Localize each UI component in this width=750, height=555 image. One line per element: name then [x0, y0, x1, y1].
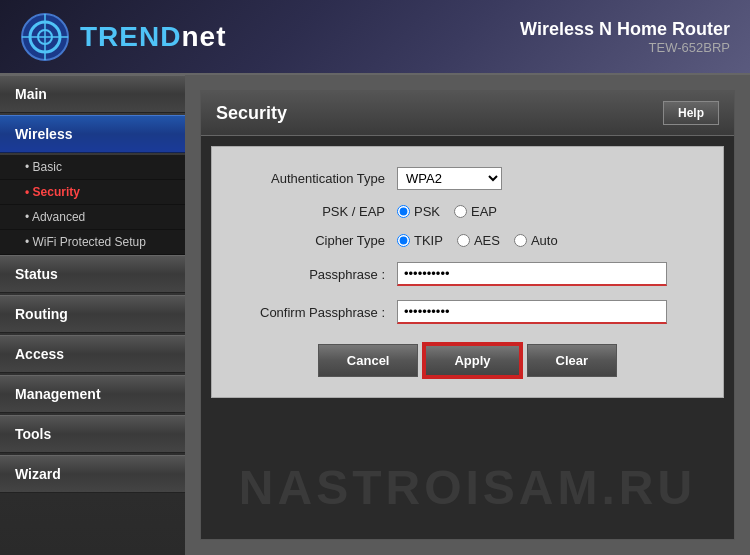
button-row: Cancel Apply Clear — [237, 344, 698, 377]
psk-eap-label: PSK / EAP — [237, 204, 397, 219]
cipher-type-control: TKIP AES Auto — [397, 233, 698, 248]
tkip-text: TKIP — [414, 233, 443, 248]
confirm-passphrase-input[interactable] — [397, 300, 667, 324]
header: TRENDnet Wireless N Home Router TEW-652B… — [0, 0, 750, 75]
panel-title: Security — [216, 103, 287, 124]
sidebar-item-status[interactable]: Status — [0, 255, 185, 293]
eap-radio-label[interactable]: EAP — [454, 204, 497, 219]
apply-button[interactable]: Apply — [424, 344, 520, 377]
panel-header: Security Help — [201, 91, 734, 136]
sidebar: Main Wireless Basic Security Advanced Wi… — [0, 75, 185, 555]
psk-eap-control: PSK EAP — [397, 204, 698, 219]
sidebar-item-tools[interactable]: Tools — [0, 415, 185, 453]
auth-type-label: Authentication Type — [237, 171, 397, 186]
eap-radio[interactable] — [454, 205, 467, 218]
sidebar-sub-advanced[interactable]: Advanced — [0, 205, 185, 230]
passphrase-control — [397, 262, 698, 286]
confirm-passphrase-label: Confirm Passphrase : — [237, 305, 397, 320]
auto-text: Auto — [531, 233, 558, 248]
content-area: Security Help Authentication Type WPA WP… — [185, 75, 750, 555]
sidebar-item-access[interactable]: Access — [0, 335, 185, 373]
sidebar-item-wizard[interactable]: Wizard — [0, 455, 185, 493]
cipher-type-row: Cipher Type TKIP AES Auto — [237, 233, 698, 248]
header-right: Wireless N Home Router TEW-652BRP — [520, 19, 730, 55]
logo-area: TRENDnet — [20, 12, 226, 62]
product-name: Wireless N Home Router — [520, 19, 730, 40]
trendnet-logo-icon — [20, 12, 70, 62]
sidebar-sub-basic[interactable]: Basic — [0, 155, 185, 180]
passphrase-label: Passphrase : — [237, 267, 397, 282]
auth-type-control: WPA WPA2 WPA2-Mixed — [397, 167, 698, 190]
psk-eap-row: PSK / EAP PSK EAP — [237, 204, 698, 219]
sidebar-item-routing[interactable]: Routing — [0, 295, 185, 333]
psk-text: PSK — [414, 204, 440, 219]
confirm-passphrase-control — [397, 300, 698, 324]
cancel-button[interactable]: Cancel — [318, 344, 419, 377]
help-button[interactable]: Help — [663, 101, 719, 125]
cipher-type-label: Cipher Type — [237, 233, 397, 248]
auto-radio-label[interactable]: Auto — [514, 233, 558, 248]
psk-radio[interactable] — [397, 205, 410, 218]
sidebar-item-management[interactable]: Management — [0, 375, 185, 413]
main-layout: Main Wireless Basic Security Advanced Wi… — [0, 75, 750, 555]
tkip-radio-label[interactable]: TKIP — [397, 233, 443, 248]
auth-type-select[interactable]: WPA WPA2 WPA2-Mixed — [397, 167, 502, 190]
content-panel: Security Help Authentication Type WPA WP… — [200, 90, 735, 540]
auto-radio[interactable] — [514, 234, 527, 247]
aes-text: AES — [474, 233, 500, 248]
auth-type-row: Authentication Type WPA WPA2 WPA2-Mixed — [237, 167, 698, 190]
sidebar-sub-wps[interactable]: WiFi Protected Setup — [0, 230, 185, 255]
model-number: TEW-652BRP — [520, 40, 730, 55]
clear-button[interactable]: Clear — [527, 344, 618, 377]
passphrase-input[interactable] — [397, 262, 667, 286]
sidebar-item-wireless[interactable]: Wireless — [0, 115, 185, 153]
sidebar-sub-security[interactable]: Security — [0, 180, 185, 205]
sidebar-item-main[interactable]: Main — [0, 75, 185, 113]
passphrase-row: Passphrase : — [237, 262, 698, 286]
tkip-radio[interactable] — [397, 234, 410, 247]
aes-radio-label[interactable]: AES — [457, 233, 500, 248]
confirm-passphrase-row: Confirm Passphrase : — [237, 300, 698, 324]
psk-radio-label[interactable]: PSK — [397, 204, 440, 219]
logo-text: TRENDnet — [80, 21, 226, 53]
aes-radio[interactable] — [457, 234, 470, 247]
eap-text: EAP — [471, 204, 497, 219]
wireless-submenu: Basic Security Advanced WiFi Protected S… — [0, 155, 185, 255]
form-area: Authentication Type WPA WPA2 WPA2-Mixed … — [211, 146, 724, 398]
